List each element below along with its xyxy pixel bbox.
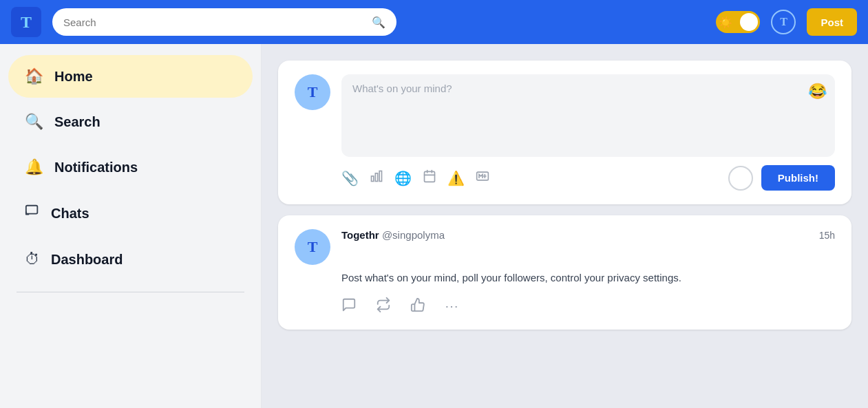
compose-top: T 😂 xyxy=(295,74,835,157)
main-content: T 😂 📎 🌐 ⚠️ xyxy=(262,44,868,408)
bell-icon: 🔔 xyxy=(25,158,43,176)
sun-icon: ☀️ xyxy=(719,16,732,29)
post-author: Togethr @singpolyma xyxy=(341,229,445,241)
sidebar-item-dashboard[interactable]: ⏱ Dashboard xyxy=(8,238,253,281)
like-button[interactable] xyxy=(410,297,425,316)
globe-icon[interactable]: 🌐 xyxy=(394,170,412,186)
svg-rect-2 xyxy=(375,173,377,182)
svg-rect-0 xyxy=(26,206,38,214)
more-button[interactable]: ⋯ xyxy=(445,297,458,316)
calendar-icon[interactable] xyxy=(423,169,436,186)
svg-rect-4 xyxy=(425,171,435,182)
post-button[interactable]: Post xyxy=(807,8,857,36)
home-icon: 🏠 xyxy=(25,67,43,85)
sidebar-item-notifications[interactable]: 🔔 Notifications xyxy=(8,146,253,189)
sidebar-item-label: Notifications xyxy=(54,160,138,175)
search-icon: 🔍 xyxy=(25,113,43,131)
compose-input-area: 😂 xyxy=(341,74,835,157)
post-actions: ⋯ xyxy=(341,297,835,316)
main-layout: 🏠 Home 🔍 Search 🔔 Notifications Chats ⏱ xyxy=(0,44,868,408)
top-header: T 🔍 ☀️ T Post xyxy=(0,0,868,44)
svg-rect-3 xyxy=(379,171,381,182)
toggle-knob xyxy=(740,13,758,31)
header-right: ☀️ T Post xyxy=(716,8,857,36)
post-time: 15h xyxy=(819,230,835,241)
sidebar: 🏠 Home 🔍 Search 🔔 Notifications Chats ⏱ xyxy=(0,44,262,408)
toolbar-icons: 📎 🌐 ⚠️ xyxy=(341,169,728,186)
post-handle: @singpolyma xyxy=(382,229,445,241)
toolbar-right: Publish! xyxy=(728,165,835,191)
app-logo: T xyxy=(11,7,41,37)
attach-icon[interactable]: 📎 xyxy=(341,170,359,186)
comment-button[interactable] xyxy=(341,297,357,316)
compose-card: T 😂 📎 🌐 ⚠️ xyxy=(278,61,851,204)
post-card: T Togethr @singpolyma 15h Post what's on… xyxy=(278,215,851,330)
post-meta: Togethr @singpolyma 15h xyxy=(341,229,835,241)
search-icon: 🔍 xyxy=(372,16,385,29)
poll-icon[interactable] xyxy=(370,169,383,186)
sidebar-item-home[interactable]: 🏠 Home xyxy=(8,55,253,98)
post-avatar: T xyxy=(295,229,330,265)
svg-rect-1 xyxy=(372,176,374,182)
search-bar-container: 🔍 xyxy=(52,8,396,36)
sidebar-item-label: Search xyxy=(54,114,100,130)
compose-toolbar: 📎 🌐 ⚠️ Publish! xyxy=(295,165,835,191)
emoji-button[interactable]: 😂 xyxy=(808,83,827,100)
sidebar-item-label: Chats xyxy=(51,206,89,222)
theme-toggle[interactable]: ☀️ xyxy=(716,11,760,33)
privacy-circle[interactable] xyxy=(728,166,753,191)
avatar[interactable]: T xyxy=(771,10,796,34)
search-input[interactable] xyxy=(63,17,366,28)
compose-textarea[interactable] xyxy=(352,83,824,138)
compose-avatar: T xyxy=(295,74,330,110)
sidebar-item-label: Dashboard xyxy=(51,252,123,268)
chat-icon xyxy=(25,204,40,223)
sidebar-divider xyxy=(17,292,244,292)
post-body: Post what's on your mind, poll your foll… xyxy=(341,270,835,286)
warning-icon[interactable]: ⚠️ xyxy=(447,170,465,186)
sidebar-item-chats[interactable]: Chats xyxy=(8,191,253,235)
sidebar-item-label: Home xyxy=(54,69,93,85)
post-header: T Togethr @singpolyma 15h xyxy=(295,229,835,265)
repost-button[interactable] xyxy=(376,297,391,316)
dashboard-icon: ⏱ xyxy=(25,250,40,268)
sidebar-item-search[interactable]: 🔍 Search xyxy=(8,100,253,143)
markdown-icon[interactable] xyxy=(476,169,489,186)
publish-button[interactable]: Publish! xyxy=(761,165,835,191)
